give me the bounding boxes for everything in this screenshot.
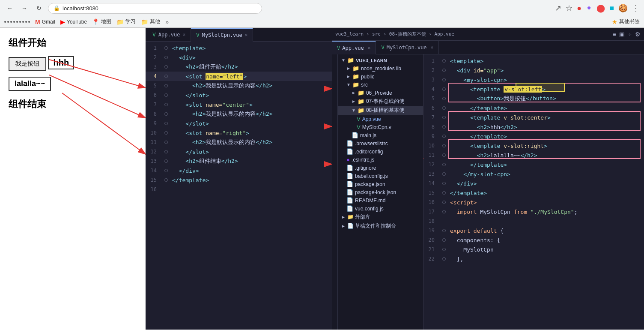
public-folder-icon: 📁 (352, 73, 359, 80)
app-code-line-22: 22 }, (423, 254, 644, 264)
section-start-label: 组件开始 (9, 36, 137, 49)
app-gutter-12 (442, 163, 446, 166)
src-folder-icon: 📁 (352, 81, 359, 88)
app-gutter-17 (442, 210, 446, 213)
app-code-line-15: 15 </template> (423, 188, 644, 198)
mainjs-icon: 📄 (352, 132, 358, 138)
bookmark-learn[interactable]: 📁 学习 (116, 18, 136, 25)
vscode-tab-myslot[interactable]: V MySlotCpn.vue ✕ (376, 41, 439, 54)
vscode-header-text: vue3_learn › src › 08-插槽的基本使 › App.vue (335, 31, 454, 37)
bookmarks-bar: M Gmail ▶ YouTube 📍 地图 📁 学习 📁 其他 » ★ 其他书… (0, 16, 644, 27)
code-line-14: 14 </div> (146, 166, 332, 175)
app-gutter-16 (442, 201, 446, 204)
bookmark-other[interactable]: 📁 其他 (141, 18, 160, 25)
tree-readme[interactable]: 📄 README.md (338, 196, 423, 204)
tree-06provide[interactable]: ► 📁 06_Provide (338, 89, 423, 97)
app-vue-editor: 1 <template> 2 <div id="app"> 3 <my-slot… (423, 54, 644, 330)
gutter-dot-10 (164, 131, 168, 135)
editorconfig-icon: 📄 (346, 148, 353, 155)
app-gutter-7 (442, 116, 446, 119)
gutter-dot-13 (164, 159, 168, 163)
myslotcpn-editor: V App.vue ✕ V MySlotCpn.vue ✕ 1 <templat… (146, 28, 332, 330)
app-code-line-3: 3 <my-slot-cpn> (423, 75, 644, 84)
header-icon-menu[interactable]: ≡ (612, 31, 616, 38)
code-line-8: 8 <h2>我是默认显示的内容</h2> (146, 109, 332, 119)
tree-editorconfig[interactable]: 📄 .editorconfig (338, 147, 423, 156)
bookmark-gmail[interactable]: M Gmail (35, 18, 55, 25)
tab-close-myslot[interactable]: ✕ (245, 32, 248, 38)
app-code-line-21: 21 MySlotCpn (423, 245, 644, 254)
tree-07events[interactable]: ► 📁 07-事件总线的使 (338, 97, 423, 106)
tree-root[interactable]: ▼ 📁 VUE3_LEARN (338, 56, 423, 64)
tree-src[interactable]: ▼ 📁 src (338, 81, 423, 89)
gutter-dot-5 (164, 84, 168, 87)
app-gutter-6 (442, 106, 446, 110)
tree-myslotcpn[interactable]: V MySlotCpn.v (338, 123, 423, 131)
toolbar-icons: ↗ ☆ ● ✦ ⬤ ■ 🍪 ⋮ (555, 3, 640, 13)
tab-x-2[interactable]: ✕ (431, 45, 434, 50)
tree-08slots[interactable]: ▼ 📁 08-插槽的基本使 (338, 106, 423, 115)
ext-icon-3[interactable]: ⬤ (596, 3, 605, 13)
app-gutter-11 (442, 153, 446, 157)
app-code-line-11: 11 <h2>lalalla~~</h2> (423, 150, 644, 160)
tree-gitignore[interactable]: 📄 .gitignore (338, 164, 423, 172)
forward-button[interactable]: → (19, 3, 30, 14)
tab-close-app[interactable]: ✕ (182, 32, 185, 37)
svg-line-2 (49, 75, 146, 118)
lalalla-element: lalalla~~ (9, 77, 51, 91)
tree-public[interactable]: ► 📁 public (338, 72, 423, 81)
bookmark-youtube[interactable]: ▶ YouTube (60, 18, 87, 25)
package-lock-icon: 📄 (346, 189, 353, 195)
apps-button[interactable] (4, 21, 30, 23)
ext-icon-4[interactable]: ■ (609, 4, 614, 13)
vue-tab-icon-1: V (337, 45, 340, 51)
bookmark-other-bookmarks[interactable]: ★ 其他书签 (612, 18, 640, 25)
code-line-13: 13 <h2>组件结束</h2> (146, 156, 332, 166)
code-line-4: 4 <slot name="left"> (146, 72, 332, 81)
tree-appvue[interactable]: V App.vue (338, 115, 423, 123)
tree-browserslistrc[interactable]: 📄 .browserslistrc (338, 139, 423, 147)
menu-icon[interactable]: ⋮ (632, 3, 640, 13)
tree-eslintrc[interactable]: ● .eslintrc.js (338, 156, 423, 164)
tree-node-modules[interactable]: ► 📁 node_modules lib (338, 64, 423, 72)
button-element[interactable]: 我是按钮 (9, 57, 46, 71)
section-end-label: 组件结束 (9, 98, 137, 111)
tab-x-1[interactable]: ✕ (368, 45, 371, 51)
app-code-line-17: 17 import MySlotCpn from "./MySlotCpn"; (423, 207, 644, 216)
gutter-dot-12 (164, 150, 168, 153)
vscode-tab-appvue[interactable]: V App.vue ✕ (332, 41, 376, 54)
app-gutter-14 (442, 182, 446, 185)
star-icon[interactable]: ☆ (566, 3, 572, 13)
gutter-dot-4 (164, 75, 168, 78)
app-code-line-6: 6 </template> (423, 103, 644, 113)
tree-packagelockjson[interactable]: 📄 package-lock.json (338, 188, 423, 196)
tree-external-libs[interactable]: ► 📁 外部库 (338, 213, 423, 222)
address-bar[interactable]: 🔒 localhost:8080 (48, 3, 262, 14)
ext-icon-2[interactable]: ✦ (586, 3, 592, 13)
bookmarks-more[interactable]: » (165, 18, 169, 25)
tree-vueconfig[interactable]: 📄 vue.config.js (338, 204, 423, 213)
ext-icon-5[interactable]: 🍪 (618, 3, 628, 13)
tree-packagejson[interactable]: 📄 package.json (338, 180, 423, 188)
tree-babelconfig[interactable]: 📄 babel.config.js (338, 172, 423, 180)
activity-bar (332, 54, 338, 330)
slots-folder-icon: 📁 (358, 107, 364, 114)
hhh-element: hhh (48, 56, 74, 69)
tree-scratch[interactable]: ► 📄 草稿文件和控制台 (338, 222, 423, 231)
bookmark-maps[interactable]: 📍 地图 (92, 18, 111, 25)
app-gutter-9 (442, 135, 446, 138)
reload-button[interactable]: ↻ (33, 3, 45, 14)
tree-mainjs[interactable]: 📄 main.js (338, 131, 423, 139)
tab-appvue[interactable]: V App.vue ✕ (147, 28, 191, 42)
editor-tabs-bar: V App.vue ✕ V MySlotCpn.vue ✕ (146, 28, 332, 42)
header-icon-split[interactable]: ÷ (628, 31, 632, 38)
back-button[interactable]: ← (4, 3, 15, 14)
gutter-dot-2 (164, 56, 168, 59)
header-icon-gear[interactable]: ⚙ (635, 31, 641, 38)
tab-myslotcpnvue[interactable]: V MySlotCpn.vue ✕ (191, 28, 253, 42)
ext-icon-1[interactable]: ● (577, 4, 581, 13)
main-area: 组件开始 我是按钮 hhh lalalla~~ 组件结束 V (0, 28, 644, 330)
app-gutter-5 (442, 97, 446, 100)
share-icon[interactable]: ↗ (555, 3, 561, 13)
header-icon-grid[interactable]: ▣ (619, 31, 625, 38)
